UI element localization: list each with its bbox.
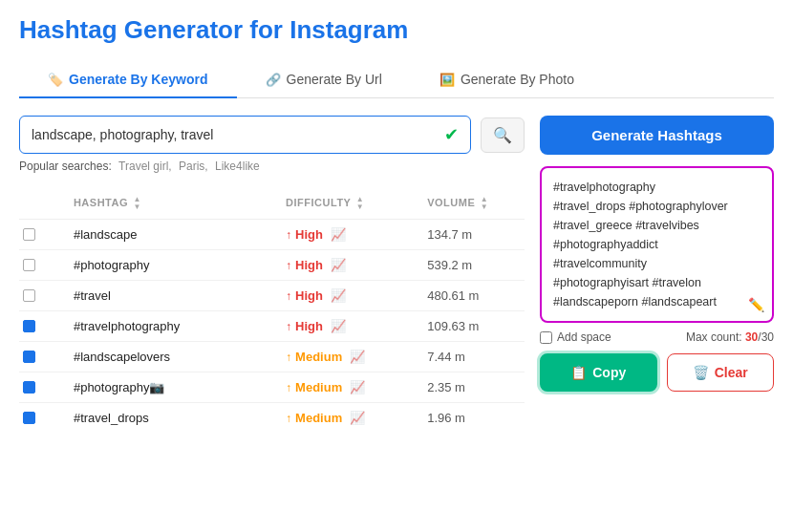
chart-icon: 📈 bbox=[331, 258, 346, 272]
url-icon: 🔗 bbox=[266, 73, 281, 87]
main-content: ✔ 🔍 Popular searches: Travel girl, Paris… bbox=[19, 116, 774, 433]
row-difficulty: ↑ Medium 📈 bbox=[282, 403, 423, 434]
table-row: #travel ↑ High 📈 480.61 m bbox=[19, 281, 525, 311]
popular-link-2[interactable]: Paris, bbox=[179, 160, 208, 173]
table-row: #landscapelovers ↑ Medium 📈 7.44 m bbox=[19, 342, 525, 372]
row-difficulty: ↑ High 📈 bbox=[282, 281, 423, 311]
volume-value: 109.63 m bbox=[427, 319, 479, 333]
row-checkbox[interactable] bbox=[23, 412, 35, 424]
volume-value: 480.61 m bbox=[427, 288, 479, 303]
col-check-header bbox=[19, 188, 70, 220]
popular-link-3[interactable]: Like4like bbox=[215, 160, 260, 173]
hashtag-sort-arrows: ▲▼ bbox=[134, 196, 141, 211]
popular-link-1[interactable]: Travel girl, bbox=[118, 160, 172, 173]
search-input[interactable] bbox=[32, 127, 437, 142]
table-row: #photography ↑ High 📈 539.2 m bbox=[19, 250, 525, 281]
copy-icon: 📋 bbox=[570, 365, 587, 380]
left-column: ✔ 🔍 Popular searches: Travel girl, Paris… bbox=[19, 116, 525, 433]
count-current: 30 bbox=[745, 330, 758, 344]
check-icon: ✔ bbox=[444, 124, 459, 145]
search-row: ✔ 🔍 bbox=[19, 116, 525, 154]
hashtag-output-box[interactable]: #travelphotography#travel_drops #photogr… bbox=[540, 166, 774, 323]
row-volume: 539.2 m bbox=[423, 250, 525, 281]
chart-icon: 📈 bbox=[350, 380, 365, 394]
output-footer: Add space Max count: 30/30 bbox=[540, 330, 774, 344]
col-volume-header[interactable]: VOLUME ▲▼ bbox=[423, 188, 525, 220]
row-checkbox[interactable] bbox=[23, 289, 35, 302]
volume-value: 134.7 m bbox=[427, 227, 472, 242]
row-difficulty: ↑ Medium 📈 bbox=[282, 342, 423, 372]
search-button[interactable]: 🔍 bbox=[481, 117, 525, 153]
copy-label: Copy bbox=[592, 365, 626, 380]
difficulty-label: High bbox=[295, 258, 323, 272]
volume-value: 7.44 m bbox=[427, 350, 465, 364]
difficulty-arrow: ↑ bbox=[286, 351, 291, 364]
chart-icon: 📈 bbox=[350, 411, 365, 425]
difficulty-arrow: ↑ bbox=[286, 228, 291, 242]
difficulty-label: Medium bbox=[295, 350, 342, 364]
action-row: 📋 Copy 🗑️ Clear bbox=[540, 353, 774, 392]
difficulty-label: High bbox=[295, 227, 323, 242]
difficulty-arrow: ↑ bbox=[286, 289, 291, 303]
tab-keyword[interactable]: 🏷️ Generate By Keyword bbox=[19, 62, 237, 98]
trash-icon: 🗑️ bbox=[693, 365, 709, 380]
row-difficulty: ↑ Medium 📈 bbox=[282, 372, 423, 403]
chart-icon: 📈 bbox=[331, 288, 346, 303]
add-space-checkbox[interactable] bbox=[540, 331, 552, 344]
row-checkbox-cell bbox=[19, 220, 70, 250]
row-volume: 109.63 m bbox=[423, 311, 525, 342]
volume-sort-arrows: ▲▼ bbox=[481, 196, 488, 211]
tab-url-label: Generate By Url bbox=[287, 72, 382, 87]
row-checkbox-cell bbox=[19, 403, 70, 434]
clear-button[interactable]: 🗑️ Clear bbox=[667, 353, 775, 392]
row-volume: 1.96 m bbox=[423, 403, 525, 434]
row-hashtag: #travelphotography bbox=[70, 311, 282, 342]
table-row: #landscape ↑ High 📈 134.7 m bbox=[19, 220, 525, 250]
row-checkbox[interactable] bbox=[23, 351, 35, 363]
hashtag-table: HASHTAG ▲▼ DIFFICULTY ▲▼ VOLUME ▲▼ bbox=[19, 188, 525, 433]
row-checkbox-cell bbox=[19, 250, 70, 281]
keyword-icon: 🏷️ bbox=[48, 73, 63, 87]
row-volume: 134.7 m bbox=[423, 220, 525, 250]
difficulty-label: High bbox=[295, 288, 323, 303]
photo-icon: 🖼️ bbox=[439, 73, 455, 87]
row-checkbox[interactable] bbox=[23, 228, 35, 241]
row-difficulty: ↑ High 📈 bbox=[282, 220, 423, 250]
tab-photo[interactable]: 🖼️ Generate By Photo bbox=[411, 62, 603, 98]
row-volume: 480.61 m bbox=[423, 281, 525, 311]
clear-label: Clear bbox=[715, 365, 748, 380]
difficulty-sort-arrows: ▲▼ bbox=[356, 196, 364, 211]
row-hashtag: #travel_drops bbox=[70, 403, 282, 434]
row-volume: 7.44 m bbox=[423, 342, 525, 372]
chart-icon: 📈 bbox=[350, 350, 365, 364]
generate-button[interactable]: Generate Hashtags bbox=[540, 116, 774, 155]
add-space-label[interactable]: Add space bbox=[540, 330, 611, 344]
row-hashtag: #travel bbox=[70, 281, 282, 311]
row-checkbox[interactable] bbox=[23, 320, 35, 332]
col-difficulty-header[interactable]: DIFFICULTY ▲▼ bbox=[282, 188, 423, 220]
row-difficulty: ↑ High 📈 bbox=[282, 250, 423, 281]
col-hashtag-header[interactable]: HASHTAG ▲▼ bbox=[70, 188, 282, 220]
row-checkbox[interactable] bbox=[23, 381, 35, 394]
difficulty-label: High bbox=[295, 319, 323, 333]
row-checkbox-cell bbox=[19, 372, 70, 403]
row-hashtag: #photography📷 bbox=[70, 372, 282, 403]
copy-button[interactable]: 📋 Copy bbox=[540, 353, 657, 392]
page-title: Hashtag Generator for Instagram bbox=[19, 15, 774, 45]
tab-bar: 🏷️ Generate By Keyword 🔗 Generate By Url… bbox=[19, 62, 774, 98]
table-row: #photography📷 ↑ Medium 📈 2.35 m bbox=[19, 372, 525, 403]
row-hashtag: #photography bbox=[70, 250, 282, 281]
row-checkbox-cell bbox=[19, 342, 70, 372]
volume-value: 2.35 m bbox=[427, 380, 465, 394]
difficulty-label: Medium bbox=[295, 411, 342, 425]
chart-icon: 📈 bbox=[331, 227, 346, 242]
difficulty-arrow: ↑ bbox=[286, 320, 291, 333]
row-checkbox[interactable] bbox=[23, 259, 35, 271]
row-hashtag: #landscapelovers bbox=[70, 342, 282, 372]
table-row: #travel_drops ↑ Medium 📈 1.96 m bbox=[19, 403, 525, 434]
search-box: ✔ bbox=[19, 116, 471, 154]
row-volume: 2.35 m bbox=[423, 372, 525, 403]
difficulty-arrow: ↑ bbox=[286, 259, 291, 272]
tab-url[interactable]: 🔗 Generate By Url bbox=[237, 62, 411, 98]
difficulty-arrow: ↑ bbox=[286, 381, 291, 394]
